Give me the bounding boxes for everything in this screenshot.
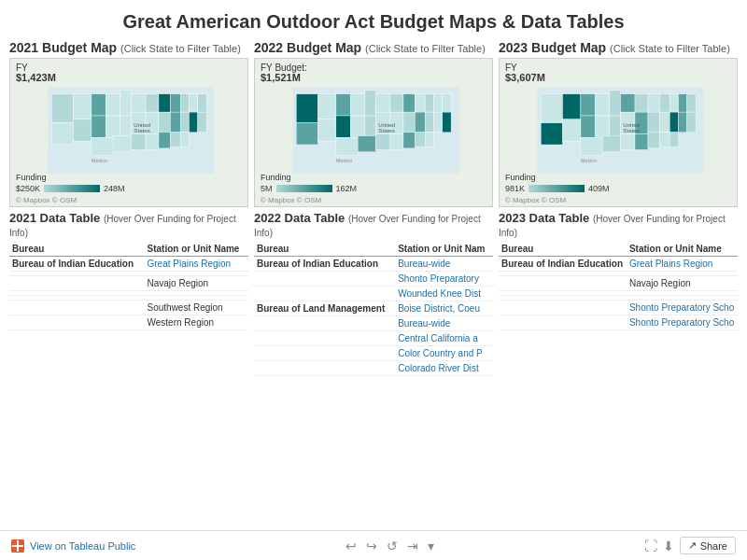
forward-button[interactable]: ⇥ <box>407 539 418 553</box>
svg-rect-4 <box>106 94 120 116</box>
map-2021-panel[interactable]: FY $1,423M <box>9 58 248 207</box>
replay-button[interactable]: ↺ <box>387 539 398 553</box>
svg-rect-3 <box>92 94 106 116</box>
station-cell: Great Plains Region <box>627 257 738 272</box>
svg-rect-84 <box>563 119 581 141</box>
station-cell: Great Plains Region <box>145 257 248 272</box>
map-2021-legend: $250K 248M <box>16 184 125 193</box>
station-cell: Bureau-wide <box>395 257 493 272</box>
svg-rect-64 <box>403 133 415 148</box>
section-map-2021: 2021 Budget Map (Click State to Filter T… <box>9 40 248 207</box>
map-2023-panel[interactable]: FY $3,607M <box>499 58 738 207</box>
svg-rect-12 <box>198 94 206 112</box>
table-row: Wounded Knee Dist <box>254 287 493 301</box>
svg-rect-101 <box>669 133 678 147</box>
svg-rect-38 <box>336 94 351 116</box>
svg-rect-78 <box>648 94 659 112</box>
station-cell: Wounded Knee Dist <box>395 287 493 301</box>
table-row: Color Country and P <box>254 346 493 361</box>
table-2023: Bureau Station or Unit Name Bureau of In… <box>499 242 738 330</box>
svg-rect-51 <box>350 116 365 137</box>
map-2022-svg: United States Mexico <box>264 87 487 174</box>
svg-rect-5 <box>120 91 132 116</box>
svg-rect-85 <box>581 116 596 137</box>
table-2022-col2: Station or Unit Nam <box>395 242 493 257</box>
table-row: Bureau of Land Management Boise District… <box>254 301 493 316</box>
svg-rect-16 <box>106 116 120 137</box>
svg-rect-77 <box>635 94 648 112</box>
svg-rect-99 <box>648 133 659 148</box>
svg-rect-27 <box>132 133 147 149</box>
table-2022: Bureau Station or Unit Nam Bureau of Ind… <box>254 242 493 376</box>
svg-rect-6 <box>132 94 147 112</box>
download-button[interactable]: ⬇ <box>663 539 674 553</box>
svg-rect-49 <box>318 119 336 141</box>
table-2021-col2: Station or Unit Name <box>145 242 248 257</box>
table-row: Western Region <box>9 315 248 330</box>
svg-text:States: States <box>134 127 150 133</box>
svg-rect-31 <box>180 133 189 147</box>
table-row: Bureau of Indian Education Bureau-wide <box>254 257 493 272</box>
section-map-2023: 2023 Budget Map (Click State to Filter T… <box>499 40 738 207</box>
svg-rect-107 <box>12 545 23 547</box>
svg-text:States: States <box>378 127 395 133</box>
station-cell: Southwest Region <box>145 301 248 315</box>
tableau-public-link[interactable]: View on Tableau Public <box>11 539 135 553</box>
svg-rect-44 <box>415 94 425 112</box>
svg-rect-86 <box>595 116 610 137</box>
redo-button[interactable]: ↪ <box>366 539 377 553</box>
svg-rect-98 <box>635 133 648 149</box>
undo-button[interactable]: ↩ <box>345 539 357 553</box>
svg-rect-14 <box>74 119 92 141</box>
map-2021-credit: © Mapbox © OSM <box>16 196 77 204</box>
fullscreen-button[interactable]: ⛶ <box>644 539 657 553</box>
dropdown-button[interactable]: ▾ <box>428 539 434 553</box>
svg-rect-57 <box>425 112 433 133</box>
station-cell: Navajo Region <box>627 276 738 291</box>
table-row: Bureau of Indian Education Great Plains … <box>499 257 738 272</box>
bureau-cell: Bureau of Indian Education <box>499 257 627 272</box>
svg-rect-40 <box>365 91 376 116</box>
svg-rect-71 <box>541 94 562 123</box>
map-2021-svg: United States Mexico <box>20 87 243 174</box>
svg-rect-9 <box>170 94 180 112</box>
svg-text:Mexico: Mexico <box>581 158 597 163</box>
station-cell: Bureau-wide <box>395 316 493 331</box>
svg-text:Mexico: Mexico <box>92 158 107 163</box>
table-2021-col1: Bureau <box>9 242 145 257</box>
svg-rect-42 <box>390 94 403 112</box>
station-cell: Central California a <box>395 331 493 346</box>
table-row: Navajo Region <box>499 276 738 291</box>
table-row: Southwest Region <box>9 301 248 315</box>
svg-rect-37 <box>318 94 336 119</box>
bureau-cell: Bureau of Land Management <box>254 301 395 316</box>
map-2023-title: 2023 Budget Map (Click State to Filter T… <box>499 40 738 55</box>
svg-rect-92 <box>669 112 678 133</box>
svg-rect-59 <box>443 112 451 133</box>
station-cell: Boise District, Coeu <box>395 301 493 316</box>
svg-rect-15 <box>92 116 106 137</box>
svg-rect-43 <box>403 94 415 112</box>
svg-rect-13 <box>51 123 73 145</box>
map-2022-credit: © Mapbox © OSM <box>261 196 321 204</box>
svg-rect-10 <box>180 94 189 112</box>
svg-rect-7 <box>146 94 159 112</box>
svg-rect-11 <box>190 94 198 112</box>
svg-rect-75 <box>610 91 621 116</box>
svg-text:States: States <box>623 127 640 133</box>
svg-rect-21 <box>170 112 180 133</box>
map-2023-legend: 981K 409M <box>505 184 610 193</box>
svg-rect-73 <box>581 94 596 116</box>
footer-controls: ↩ ↪ ↺ ⇥ ▾ <box>345 539 434 553</box>
svg-rect-1 <box>51 94 73 123</box>
map-2023-credit: © Mapbox © OSM <box>505 196 566 204</box>
svg-rect-80 <box>669 94 678 112</box>
map-2022-panel[interactable]: FY Budget: $1,521M <box>254 58 493 207</box>
bureau-cell: Bureau of Indian Education <box>254 257 395 272</box>
svg-rect-87 <box>610 116 621 137</box>
tableau-icon <box>11 539 24 553</box>
svg-rect-100 <box>659 133 669 147</box>
svg-rect-47 <box>443 94 451 112</box>
table-2022-title: 2022 Data Table (Hover Over Funding for … <box>254 211 493 239</box>
share-button[interactable]: ↗ Share <box>680 537 736 554</box>
